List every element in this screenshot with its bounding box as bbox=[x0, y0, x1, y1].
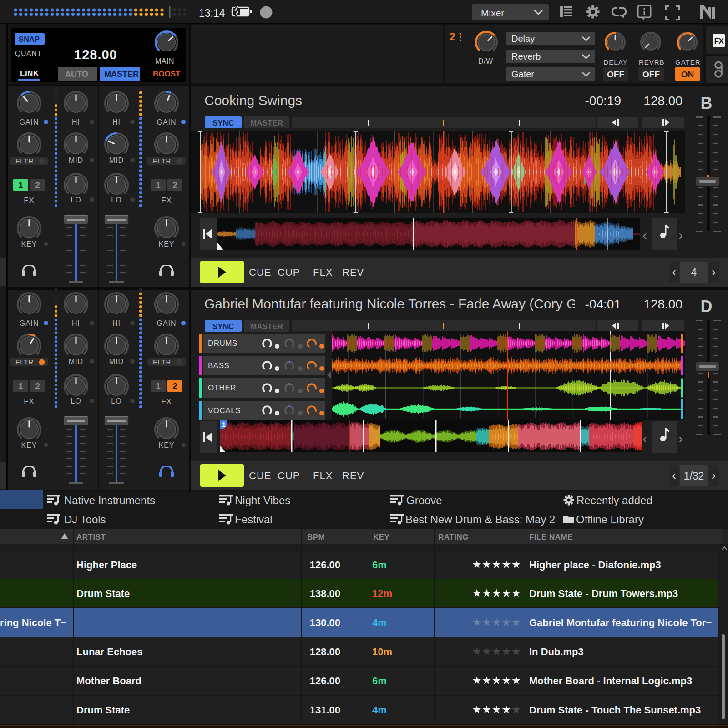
svg-text:1: 1 bbox=[222, 421, 226, 428]
